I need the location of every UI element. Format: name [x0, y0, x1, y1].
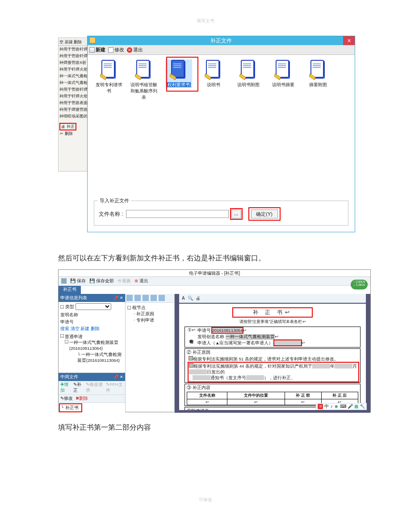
new-button[interactable]: 新建: [89, 46, 105, 53]
import-group: 导入补正文件 文件名称 : ... 确定(Y): [94, 201, 348, 226]
dialog-titlebar: 补正文件 ✕: [88, 36, 355, 45]
doc-label: 摘要附图: [305, 82, 331, 88]
checkbox-51[interactable]: [189, 356, 193, 360]
buzheng-btn[interactable]: ✎补正: [73, 382, 84, 394]
list-ops[interactable]: 搜索 清空 新建 删除: [59, 326, 125, 332]
bg-list-item: 种用于钎焊火焰: [59, 93, 89, 100]
ime-toolbar[interactable]: S 中 ♪☻⌨🎤▦🔧: [316, 403, 367, 410]
document-icon: [170, 59, 188, 80]
bg-list-item: 种用于管路表面: [59, 100, 89, 106]
save-button[interactable]: 💾 保存: [70, 278, 86, 284]
edit-button[interactable]: 修改: [108, 46, 124, 53]
appno-label: 申请号: [59, 318, 125, 326]
doc-item[interactable]: 发明专利请求书: [96, 59, 122, 94]
editor-toolbar: 💾 保存 💾 保存全部 ⟲ 替换 ⊗ 退出: [59, 277, 370, 286]
svg-rect-11: [172, 60, 184, 77]
month-field[interactable]: [335, 364, 352, 369]
doc-item-selected[interactable]: 权利要求书: [165, 59, 192, 88]
caption-1: 然后可以在左下方看到新加文件补正书，右边是补正书编辑窗口。: [58, 252, 353, 265]
dialog-title-text: 补正文件: [210, 38, 232, 44]
doc-item[interactable]: 摘要附图: [305, 59, 331, 88]
saveall-button[interactable]: 💾 保存全部: [89, 278, 114, 284]
panel-title-list: 申请信息列表📌 ✕: [59, 294, 125, 302]
screenshot-2: 电子申请编辑器 - [补正书] 💾 保存 💾 保存全部 ⟲ 替换 ⊗ 退出 ↑ …: [58, 269, 371, 412]
application-tree[interactable]: -普通申请 -一种一体式气囊检测装置(2016108113064) └ 一种一体…: [59, 332, 125, 364]
import-legend: 导入补正文件: [98, 197, 131, 204]
center-column: - 根节点 · 补正原因 · 专利申请: [126, 294, 175, 413]
sogou-icon[interactable]: S: [318, 404, 323, 409]
exit-button[interactable]: ⊗ 退出: [134, 278, 148, 284]
invention-name-field[interactable]: 一种一体式气囊检测装置: [226, 334, 275, 340]
close-icon[interactable]: ✕: [343, 36, 355, 45]
type-label: 类型: [65, 304, 74, 309]
modify-req-btn[interactable]: ✎修改请求: [86, 382, 103, 394]
document-icon: [274, 59, 292, 80]
buzheng-button[interactable]: 🖨 补正: [59, 123, 76, 130]
mid-item-buzhengshu[interactable]: └ 补正书: [60, 404, 81, 411]
undo-icon[interactable]: [126, 295, 133, 301]
pin-icon[interactable]: 📌 ✕: [113, 375, 123, 379]
file-input[interactable]: [126, 210, 229, 218]
doc-label: 说明书附图: [235, 82, 262, 88]
tab-buzhengshu[interactable]: 补正书: [59, 286, 81, 294]
year-field[interactable]: [312, 364, 330, 369]
bg-list-item: 种用于管路钎焊: [59, 53, 89, 59]
browse-button[interactable]: ...: [231, 209, 241, 218]
exit-button[interactable]: ✕退出: [127, 46, 143, 53]
day-field[interactable]: [189, 369, 207, 374]
checkbox-44[interactable]: [189, 363, 193, 368]
buzheng-dialog: 补正文件 ✕ 新建 修改 ✕退出 发明专利请求书 说明书核苷酸和氨基酸序列表 权…: [87, 36, 355, 232]
bg-list-item: 种用于管路钎焊: [59, 86, 89, 93]
bg-list-item: 种用于钎焊火焰: [59, 66, 89, 73]
svg-rect-6: [137, 60, 149, 77]
dispatch-no-field[interactable]: [246, 375, 264, 380]
doc-label: 权利要求书: [167, 82, 191, 87]
dialog-toolbar: 新建 修改 ✕退出: [88, 45, 355, 55]
bg-list-item: 种用于管路钎焊: [59, 46, 89, 53]
type-select[interactable]: [75, 303, 111, 310]
mid-title: 中间文件: [60, 374, 78, 380]
name-label: 发明名称: [59, 311, 125, 318]
pph-btn[interactable]: ✎PPH文件: [106, 382, 123, 394]
doc-item[interactable]: 说明书摘要: [270, 59, 297, 88]
zoom-icon[interactable]: 🔍: [188, 296, 193, 301]
section-2: ② 补正原因 根据专利法实施细则第 51 条的规定，请求对上述专利申请主动提出修…: [185, 348, 361, 383]
delete-button[interactable]: ✂ 删除: [59, 131, 74, 136]
applicant-field[interactable]: [274, 340, 301, 345]
doc-item[interactable]: 说明书附图: [235, 59, 262, 88]
doc-item[interactable]: 说明书: [200, 59, 227, 88]
document-canvas: A 🔍 🖨 补 正 书↩ 请按照“注意事项”正确填写本表各栏↩ ①↩专利申请 申…: [175, 294, 370, 413]
paste-icon[interactable]: [159, 295, 165, 301]
background-app-sliver: 空 新建 删除 种用于管路钎焊 种用于管路钎焊 种焊接管路X射 种用于钎焊火焰 …: [58, 38, 89, 172]
ok-button[interactable]: 确定(Y): [251, 209, 278, 218]
delete-btn[interactable]: ✖删除: [75, 396, 88, 402]
cut-icon[interactable]: [143, 295, 149, 301]
svg-rect-1: [102, 60, 114, 77]
replace-button[interactable]: ⟲ 替换: [117, 278, 131, 284]
add-btn[interactable]: ✚增加: [60, 382, 71, 394]
font-icon[interactable]: A: [182, 296, 185, 301]
screenshot-1: 空 新建 删除 种用于管路钎焊 种用于管路钎焊 种焊接管路X射 种用于钎焊火焰 …: [58, 38, 353, 234]
svg-rect-16: [206, 60, 219, 77]
print-icon[interactable]: 🖨: [196, 296, 200, 301]
bg-list-item: 种用于焊接管路: [59, 106, 89, 113]
bg-list-item: 种焊接管路X射: [59, 59, 89, 66]
section-tree[interactable]: - 根节点 · 补正原因 · 专利申请: [126, 303, 174, 325]
caption-2: 填写补正书第一第二部分内容: [58, 421, 353, 434]
redo-icon[interactable]: [134, 295, 141, 301]
document-icon: [309, 59, 327, 80]
appno-field[interactable]: 2016108113064: [212, 328, 243, 333]
network-speed-widget: ↑ 116K/s↓ 1.6K/s: [351, 280, 368, 289]
new-icon: [89, 47, 95, 53]
app-icon: [61, 278, 67, 284]
modify-btn[interactable]: ✎修改: [60, 396, 73, 402]
bg-list-item: 种一体式气囊检: [59, 73, 89, 80]
doc-item[interactable]: 说明书核苷酸和氨基酸序列表: [130, 59, 157, 101]
copy-icon[interactable]: [151, 295, 157, 301]
notice-type-field[interactable]: [193, 375, 210, 380]
table-cell[interactable]: ↩: [187, 399, 227, 405]
pin-icon[interactable]: 📌 ✕: [113, 296, 123, 300]
table-cell[interactable]: ↩: [227, 399, 285, 405]
editor-title: 电子申请编辑器 - [补正书]: [59, 270, 370, 277]
file-label: 文件名称 :: [99, 210, 123, 218]
